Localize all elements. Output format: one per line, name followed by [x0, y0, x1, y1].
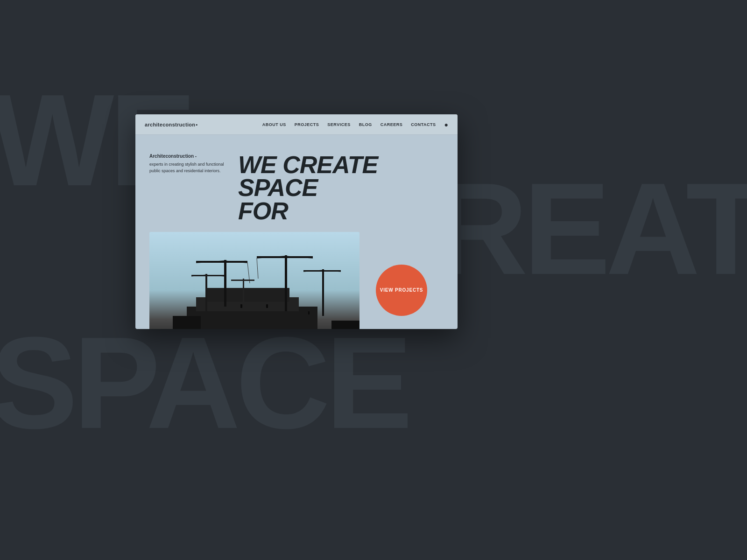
svg-rect-19	[322, 269, 324, 316]
crane-scene-svg	[149, 232, 359, 329]
nav-about-us[interactable]: ABOUT US	[262, 122, 286, 127]
svg-rect-25	[173, 316, 201, 329]
nav-contacts[interactable]: CONTACTS	[411, 122, 436, 127]
svg-rect-28	[266, 304, 268, 308]
navbar-links: ABOUT US PROJECTS SERVICES BLOG CAREERS …	[262, 122, 436, 127]
svg-rect-27	[240, 304, 242, 308]
svg-rect-3	[205, 288, 289, 302]
svg-rect-24	[231, 280, 254, 281]
view-projects-button[interactable]: VIEW PROJECTS	[376, 265, 427, 316]
svg-rect-6	[224, 261, 226, 280]
svg-rect-10	[285, 255, 287, 311]
bg-text-reat: REAT	[434, 163, 747, 294]
hero-headline-text: WE CREATE SPACE FOR	[238, 154, 444, 223]
svg-rect-29	[308, 311, 310, 315]
company-desc-text: experts in creating stylish and function…	[149, 161, 229, 174]
hero-headline: WE CREATE SPACE FOR	[238, 154, 444, 223]
svg-rect-23	[243, 279, 244, 311]
navbar: architeconstruction ABOUT US PROJECTS SE…	[135, 114, 458, 135]
svg-rect-15	[205, 274, 207, 311]
nav-services[interactable]: SERVICES	[327, 122, 350, 127]
view-projects-label: VIEW PROJECTS	[380, 287, 423, 294]
nav-projects[interactable]: PROJECTS	[295, 122, 319, 127]
company-title: Architeconstruction -	[149, 154, 229, 159]
content-top: Architeconstruction - experts in creatin…	[149, 154, 444, 223]
nav-careers[interactable]: CAREERS	[381, 122, 403, 127]
main-content: Architeconstruction - experts in creatin…	[135, 135, 458, 329]
nav-blog[interactable]: BLOG	[359, 122, 372, 127]
company-description: Architeconstruction - experts in creatin…	[149, 154, 229, 223]
content-bottom: VIEW PROJECTS	[149, 232, 444, 329]
browser-window: architeconstruction ABOUT US PROJECTS SE…	[135, 114, 458, 329]
bg-text-space: SPACE	[0, 317, 408, 448]
construction-image	[149, 232, 359, 329]
site-logo[interactable]: architeconstruction	[145, 122, 198, 127]
svg-rect-26	[331, 321, 359, 329]
button-area: VIEW PROJECTS	[359, 232, 444, 329]
search-icon[interactable]: ●	[444, 121, 448, 128]
